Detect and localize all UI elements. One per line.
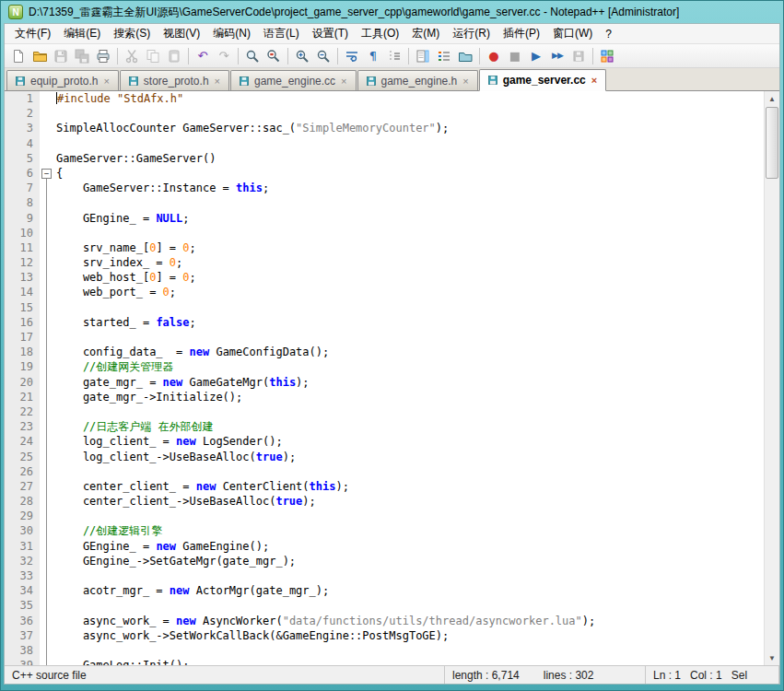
word-wrap-icon[interactable] <box>342 46 362 66</box>
tab-close-icon[interactable]: × <box>462 76 469 87</box>
fold-collapse-icon[interactable]: − <box>41 169 52 179</box>
code-line[interactable]: 1#include "StdAfx.h" <box>5 91 764 106</box>
tab-game_engine.h[interactable]: game_engine.h× <box>357 70 478 90</box>
code-line[interactable]: 34 acotr_mgr_ = new ActorMgr(gate_mgr_); <box>5 583 764 598</box>
doc-map-icon[interactable] <box>413 46 433 66</box>
code-line[interactable]: 28 center_client_->UseBaseAlloc(true); <box>5 494 764 509</box>
vertical-scrollbar[interactable]: ▲ ▼ <box>764 91 779 665</box>
code-line[interactable]: 29 <box>5 509 764 523</box>
indent-guide-icon[interactable] <box>384 46 404 66</box>
code-area[interactable]: 1#include "StdAfx.h"23SimpleAllocCounter… <box>5 91 764 665</box>
code-line[interactable]: 16 started_ = false; <box>5 315 764 330</box>
zoom-out-icon[interactable] <box>313 46 333 66</box>
scroll-down-icon[interactable]: ▼ <box>765 650 779 665</box>
code-line[interactable]: 14 web_port_ = 0; <box>5 285 764 299</box>
code-line[interactable]: 7 GameServer::Instance = this; <box>5 181 764 195</box>
code-line[interactable]: 31 GEngine_ = new GameEngine(); <box>5 539 764 554</box>
code-line[interactable]: 2 <box>5 106 764 121</box>
code-line[interactable]: 19 //创建网关管理器 <box>5 359 764 374</box>
new-file-icon[interactable] <box>8 46 29 66</box>
menu-item[interactable]: 工具(O) <box>355 24 405 43</box>
folder-workspace-icon[interactable] <box>455 46 475 66</box>
save-macro-icon[interactable] <box>568 46 589 66</box>
line-number: 39 <box>5 658 40 665</box>
find-icon[interactable] <box>242 46 263 66</box>
open-folder-icon[interactable] <box>29 46 50 66</box>
doc-switcher-icon[interactable] <box>597 46 617 66</box>
code-line[interactable]: 33 <box>5 568 764 583</box>
scrollbar-thumb[interactable] <box>766 107 778 179</box>
save-icon[interactable] <box>51 46 71 66</box>
code-line[interactable]: 9 GEngine_ = NULL; <box>5 211 764 226</box>
code-line[interactable]: 32 GEngine_->SetGateMgr(gate_mgr_); <box>5 554 764 568</box>
code-line[interactable]: 6−{ <box>5 166 764 181</box>
menu-item[interactable]: ? <box>599 26 618 42</box>
code-line[interactable]: 4 <box>5 136 764 151</box>
scroll-up-icon[interactable]: ▲ <box>765 91 779 106</box>
menu-item[interactable]: 宏(M) <box>405 24 446 43</box>
replace-icon[interactable] <box>263 46 284 66</box>
tab-game_server.cc[interactable]: game_server.cc× <box>479 69 607 91</box>
fold-margin <box>40 464 53 479</box>
code-line[interactable]: 22 <box>5 404 764 419</box>
menu-item[interactable]: 插件(P) <box>497 24 546 43</box>
tab-label: game_server.cc <box>503 74 586 87</box>
code-text: GameLog::Init(); <box>53 658 190 665</box>
code-line[interactable]: 25 log_client_->UseBaseAlloc(true); <box>5 450 764 464</box>
menu-item[interactable]: 视图(V) <box>157 24 206 43</box>
code-line[interactable]: 17 <box>5 330 764 345</box>
menu-item[interactable]: 文件(F) <box>8 24 57 43</box>
code-line[interactable]: 12 srv_index_ = 0; <box>5 255 764 270</box>
save-all-icon[interactable] <box>72 46 92 66</box>
code-line[interactable]: 26 <box>5 464 764 479</box>
tab-close-icon[interactable]: × <box>214 76 221 87</box>
paste-icon[interactable] <box>164 46 184 66</box>
code-line[interactable]: 39 GameLog::Init(); <box>5 658 764 665</box>
tab-close-icon[interactable]: × <box>340 76 347 87</box>
run-multi-macro-icon[interactable]: ▶▶ <box>547 46 568 66</box>
tab-game_engine.cc[interactable]: game_engine.cc× <box>230 70 357 90</box>
code-line[interactable]: 11 srv_name_[0] = 0; <box>5 240 764 255</box>
code-line[interactable]: 15 <box>5 300 764 315</box>
code-line[interactable]: 5GameServer::GameServer() <box>5 151 764 166</box>
code-line[interactable]: 35 <box>5 598 764 613</box>
menu-item[interactable]: 运行(R) <box>446 24 497 43</box>
menu-item[interactable]: 窗口(W) <box>546 24 599 43</box>
show-all-chars-icon[interactable]: ¶ <box>363 46 383 66</box>
code-line[interactable]: 24 log_client_ = new LogSender(); <box>5 434 764 449</box>
print-icon[interactable] <box>93 46 113 66</box>
menu-item[interactable]: 编辑(E) <box>57 24 107 43</box>
code-line[interactable]: 10 <box>5 226 764 240</box>
code-line[interactable]: 21 gate_mgr_->Initialize(); <box>5 390 764 404</box>
function-list-icon[interactable] <box>434 46 454 66</box>
tab-equip_proto.h[interactable]: equip_proto.h× <box>6 70 119 90</box>
copy-icon[interactable] <box>143 46 163 66</box>
menu-item[interactable]: 设置(T) <box>306 24 355 43</box>
tab-close-icon[interactable]: × <box>102 76 110 87</box>
stop-macro-icon[interactable]: ■ <box>505 46 525 66</box>
code-line[interactable]: 18 config_data_ = new GameConfigData(); <box>5 345 764 359</box>
cut-icon[interactable] <box>122 46 142 66</box>
play-macro-icon[interactable]: ▶ <box>526 46 546 66</box>
redo-icon[interactable]: ↷ <box>214 46 234 66</box>
menu-item[interactable]: 编码(N) <box>206 24 257 43</box>
tab-store_proto.h[interactable]: store_proto.h× <box>120 70 229 90</box>
code-line[interactable]: 3SimpleAllocCounter GameServer::sac_("Si… <box>5 121 764 135</box>
code-line[interactable]: 30 //创建逻辑引擎 <box>5 523 764 538</box>
code-line[interactable]: 27 center_client_ = new CenterClient(thi… <box>5 479 764 494</box>
code-line[interactable]: 36 async_work_ = new AsyncWorker("data/f… <box>5 614 764 628</box>
tab-close-icon[interactable]: × <box>591 75 598 86</box>
titlebar[interactable]: N D:\71359_雷霆霸主全新UI源码\GameServerCode\pro… <box>1 1 783 23</box>
fold-margin-collapse[interactable]: − <box>40 166 53 181</box>
code-line[interactable]: 13 web_host_[0] = 0; <box>5 270 764 285</box>
menu-item[interactable]: 语言(L) <box>257 24 306 43</box>
code-line[interactable]: 23 //日志客户端 在外部创建 <box>5 419 764 434</box>
menu-item[interactable]: 搜索(S) <box>107 24 157 43</box>
code-line[interactable]: 20 gate_mgr_ = new GameGateMgr(this); <box>5 375 764 390</box>
code-line[interactable]: 37 async_work_->SetWorkCallBack(&GameEng… <box>5 628 764 643</box>
zoom-in-icon[interactable] <box>292 46 312 66</box>
code-line[interactable]: 38 <box>5 643 764 658</box>
undo-icon[interactable]: ↶ <box>193 46 213 66</box>
record-macro-icon[interactable]: ● <box>484 46 504 66</box>
code-line[interactable]: 8 <box>5 195 764 210</box>
